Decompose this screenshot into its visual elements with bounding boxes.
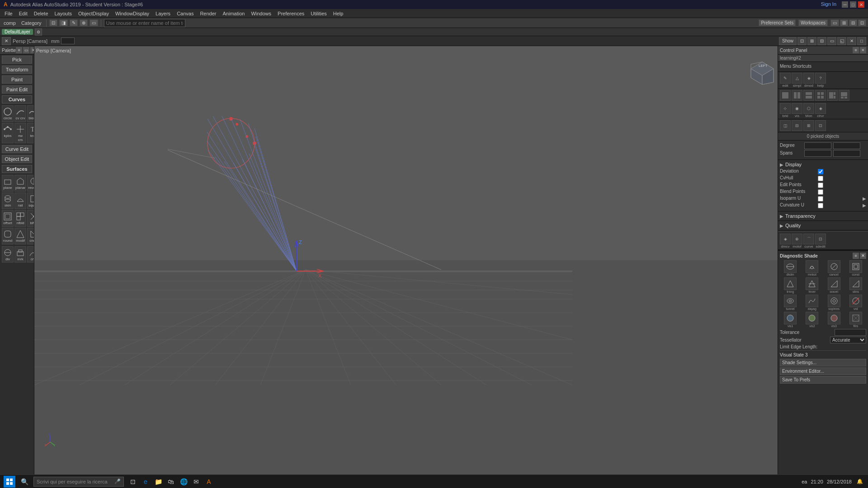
toolbar-icon-btn4[interactable]: ⊕ [80,19,88,26]
shelf-icon-vis[interactable]: ◉ [792,103,802,114]
surf-extra3[interactable]: crv [27,246,34,263]
menu-item-help[interactable]: Help [330,10,346,17]
edge-icon[interactable]: e [140,476,151,487]
transform-btn[interactable]: Transform [2,66,32,74]
cvhull-check[interactable] [818,176,823,181]
start-button[interactable] [4,476,15,488]
close-btn[interactable]: ✕ [858,1,864,8]
text-tool[interactable]: T text [27,123,34,144]
tessellator-select[interactable]: Accurate [830,337,866,343]
diag-cancel[interactable]: cancel [824,260,844,276]
minimize-btn[interactable]: ─ [842,1,848,8]
spans-input[interactable] [804,150,831,157]
diag-vis1[interactable]: vis1 [780,312,801,328]
vp-icon6[interactable]: ✕ [847,37,856,45]
diag-sravel[interactable]: sravel [824,277,844,293]
paint-edit-btn[interactable]: Paint Edit [2,85,32,94]
maximize-btn[interactable]: □ [850,1,856,8]
paint-btn[interactable]: Paint [2,75,32,84]
shelf-layout1[interactable] [780,90,791,101]
curvature-expand[interactable]: ▶ [863,203,866,208]
menu-item-layers[interactable]: Layers [153,10,173,17]
shelf-layout5[interactable] [827,90,838,101]
show-btn[interactable]: Show [779,37,797,45]
menu-item-windows[interactable]: Windows [248,10,274,17]
diag-fllrs[interactable]: fllrs [845,312,866,328]
layout-btn1[interactable]: ▭ [830,19,839,26]
molof-icon[interactable]: ⊕ [792,234,802,244]
shelf-icon-r4-4[interactable]: ⊡ [815,120,826,131]
chrome-icon[interactable]: 🌐 [178,476,189,487]
nfbld-tool[interactable]: nfbld [14,210,26,227]
diag-hrver[interactable]: hrver [802,277,822,293]
diag-vis3[interactable]: vis3 [824,312,844,328]
planar-tool[interactable]: planar [14,175,26,192]
toolbar-icon-btn5[interactable]: ▭ [90,19,98,26]
shelf-layout6[interactable] [839,90,849,101]
isoparm-expand[interactable]: ▶ [863,196,866,201]
degree-input2[interactable] [833,142,860,149]
surf-extra1[interactable]: div [2,246,14,263]
store-icon[interactable]: 🛍 [165,476,176,487]
toolbar-icon-btn2[interactable]: ◨ [59,19,68,26]
diag-vis2[interactable]: vis2 [802,312,822,328]
curve2-icon[interactable]: ⌒ [803,234,814,244]
vp-icon4[interactable]: ▭ [827,37,836,45]
tolerance-input[interactable]: 0.0100 [835,329,866,336]
menu-item-layouts[interactable]: Layouts [52,10,75,17]
taskview-icon[interactable]: ⊡ [127,476,138,487]
shelf-icon-brkl[interactable]: ⊹ [780,103,791,114]
layout-btn3[interactable]: ⊟ [849,19,857,26]
shelf-layout4[interactable] [815,90,826,101]
shelf-layout2[interactable] [792,90,802,101]
pick-btn[interactable]: Pick [2,56,32,64]
signin-btn[interactable]: Sign In [821,1,836,8]
modif-tool[interactable]: modif [14,228,26,244]
shelf-layout3[interactable] [803,90,814,101]
zoom-input[interactable]: 100 [61,38,75,44]
palette-btn2[interactable]: ▭ [23,47,29,53]
vp-icon5[interactable]: ◱ [837,37,846,45]
diag-dayag[interactable]: dayag [802,295,822,310]
pick-input[interactable] [104,19,185,27]
blendpoints-check[interactable] [818,189,823,195]
save-prefs-btn[interactable]: Save To Prefs [780,376,866,384]
object-edit-btn[interactable]: Object Edit [2,155,32,163]
display-arrow[interactable]: ▶ [780,162,783,167]
degree-input[interactable] [804,142,831,149]
workspaces-btn[interactable]: Workspaces [798,19,828,26]
revolve-tool[interactable]: revolve [27,175,34,192]
deviation-check[interactable] [818,169,823,174]
layout-btn4[interactable]: ⊡ [858,19,866,26]
preference-sets-btn[interactable]: Preference Sets [759,19,796,26]
menu-item-edit[interactable]: Edit [16,10,30,17]
environment-editor-btn[interactable]: Environment Editor... [780,367,866,375]
plane-tool[interactable]: plane [2,175,14,192]
cnrair-tool[interactable]: cnrair [27,228,34,244]
layout-btn2[interactable]: ⊞ [840,19,848,26]
alias-icon[interactable]: A [203,476,214,487]
skin-tool[interactable]: skin [2,192,14,209]
layer-name[interactable]: DefaultLayer [2,29,33,35]
editpoints-check[interactable] [818,183,823,188]
round-tool[interactable]: round [2,228,14,244]
vp-icon7[interactable]: □ [857,37,866,45]
shelf-icon-clrvr[interactable]: ◈ [815,103,826,114]
vp-icon3[interactable]: ⊟ [817,37,826,45]
cv-curve-tool[interactable]: cv crv [14,105,26,122]
kpbs-tool[interactable]: kpbs [2,123,14,144]
curve-edit-btn[interactable]: Curve Edit [2,145,32,153]
menu-item-render[interactable]: Render [197,10,219,17]
diag-trnng[interactable]: trnng [780,277,801,293]
menu-item-delete[interactable]: Delete [31,10,51,17]
shade-settings-btn[interactable]: Shade Settings... [780,359,866,366]
diag-vrd[interactable]: vrd [845,295,866,310]
diag-btn2[interactable]: ✕ [860,253,866,259]
layer-settings-btn[interactable]: ⚙ [35,28,42,36]
menu-item-file[interactable]: File [2,10,15,17]
blfan-tool[interactable]: blfan [27,210,34,227]
panel-btn1[interactable]: ≡ [853,47,859,53]
palette-btn1[interactable]: ≡ [16,47,22,53]
diag-mnkol[interactable]: mnkol [802,260,822,276]
diag-stins[interactable]: stins [845,277,866,293]
